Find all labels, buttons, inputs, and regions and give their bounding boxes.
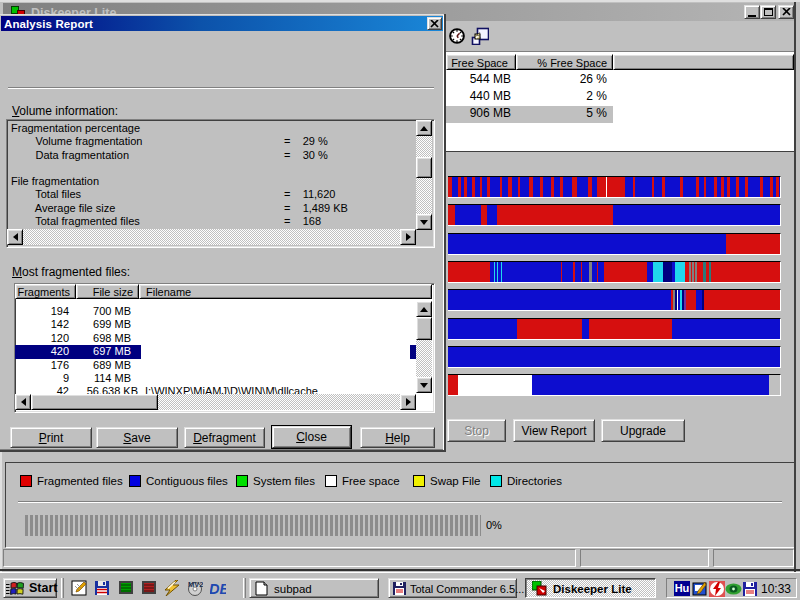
svg-text:DB: DB	[210, 581, 226, 596]
svg-text:MV2: MV2	[188, 580, 203, 589]
